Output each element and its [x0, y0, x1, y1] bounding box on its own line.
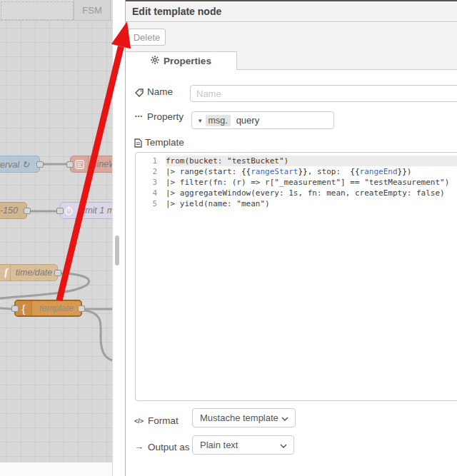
arrow-right-icon: → [134, 441, 144, 452]
workspace-vscrollbar-thumb[interactable] [115, 236, 119, 265]
tray-title: Edit template node [132, 6, 221, 17]
code-text: |> filter(fn: (r) => r["_measurement"] =… [166, 177, 457, 188]
ellipsis-icon: ••• [135, 113, 143, 119]
code-text: |> range(start: {{rangeStart}}, stop: {{… [166, 166, 457, 177]
code-text: |> yield(name: "mean") [166, 198, 457, 209]
name-input[interactable] [190, 85, 457, 102]
delete-button[interactable]: Delete [128, 29, 166, 46]
tray-header: Edit template node [126, 1, 457, 22]
node-template-input-port[interactable] [11, 305, 19, 312]
node-interval-output-port[interactable] [36, 161, 44, 168]
node-sinewave[interactable]: sineWave [70, 156, 112, 173]
tab-properties[interactable]: Properties [126, 51, 237, 70]
property-field-label: Property [147, 111, 184, 122]
tab-properties-label: Properties [164, 56, 211, 66]
code-text: |> aggregateWindow(every: 1s, fn: mean, … [166, 188, 457, 198]
gear-icon [151, 56, 159, 66]
workspace-tabbar: FSM [0, 0, 112, 21]
property-typed-input[interactable]: ▾ msg. [191, 111, 334, 129]
line-number: 2 [136, 166, 166, 177]
node-template-label: template [32, 303, 81, 313]
function-icon: f [0, 265, 11, 280]
workspace-tab-fsm[interactable]: FSM [74, 0, 111, 20]
tray-tabbar: Properties [126, 51, 457, 70]
code-brackets-icon: </> [134, 417, 144, 425]
file-icon [134, 138, 142, 151]
chevron-down-icon [280, 440, 287, 450]
code-line: 3|> filter(fn: (r) => r["_measurement"] … [136, 177, 457, 188]
format-select[interactable]: Mustache template [192, 408, 296, 427]
tag-icon [135, 87, 144, 100]
property-value-input[interactable] [235, 114, 316, 126]
node-s150-label: s-150 [0, 206, 26, 216]
line-number: 4 [136, 188, 166, 198]
name-field-label: Name [147, 86, 173, 97]
chevron-down-icon [281, 412, 288, 423]
node-s150[interactable]: s-150 [0, 202, 27, 219]
code-line: 4|> aggregateWindow(every: 1s, fn: mean,… [136, 188, 457, 198]
tray-content: Name ••• Property ▾ msg. Template 1from( [126, 70, 457, 476]
workspace-tab-partial[interactable] [1, 1, 74, 20]
line-number: 1 [136, 156, 166, 166]
chevron-down-icon[interactable]: ▾ [199, 117, 202, 124]
code-line: 1from(bucket: "testBucket") [136, 156, 457, 166]
workspace-tab-fsm-label: FSM [82, 5, 101, 16]
template-field-label: Template [145, 137, 184, 148]
node-limit[interactable]: limit 1 ms [60, 202, 112, 219]
node-limit-input-port[interactable] [56, 208, 64, 214]
msg-prefix-chip[interactable]: msg. [206, 115, 231, 126]
code-line: 5|> yield(name: "mean") [136, 198, 457, 209]
canvas-hscrollbar-track[interactable] [0, 462, 112, 476]
flow-workspace: interval ↻ sineWave s-150 [0, 0, 112, 476]
node-timedate-label: time/date [11, 268, 57, 278]
output-field-label: Output as [148, 442, 190, 452]
node-interval-label: interval ↻ [0, 159, 39, 170]
code-line: 2|> range(start: {{rangeStart}}, stop: {… [136, 166, 457, 177]
node-timedate-output-port[interactable] [54, 270, 61, 276]
node-template-output-port[interactable] [78, 305, 85, 312]
code-text: from(bucket: "testBucket") [166, 156, 457, 166]
output-select-value: Plain text [200, 440, 238, 450]
node-sinewave-input-port[interactable] [66, 161, 74, 168]
format-select-value: Mustache template [200, 412, 278, 423]
workspace-vscrollbar-track [112, 0, 125, 476]
node-s150-output-port[interactable] [24, 208, 31, 214]
tray-toolbar: Delete [126, 23, 457, 51]
format-field-label: Format [148, 415, 179, 426]
node-red-app: interval ↻ sineWave s-150 [0, 0, 457, 476]
template-code-lines: 1from(bucket: "testBucket")2|> range(sta… [136, 156, 457, 209]
node-timedate[interactable]: f time/date [0, 264, 58, 281]
line-number: 5 [136, 198, 166, 209]
template-code-editor[interactable]: 1from(bucket: "testBucket")2|> range(sta… [135, 152, 457, 401]
node-interval[interactable]: interval ↻ [0, 156, 40, 173]
node-limit-label: limit 1 ms [76, 206, 112, 216]
output-select[interactable]: Plain text [192, 435, 294, 455]
flow-canvas[interactable] [0, 21, 112, 462]
node-template-selected[interactable]: { template [14, 300, 82, 317]
line-number: 3 [136, 177, 166, 188]
edit-node-tray: Edit template node Delete [125, 0, 457, 476]
node-sinewave-label: sineWave [89, 159, 112, 169]
